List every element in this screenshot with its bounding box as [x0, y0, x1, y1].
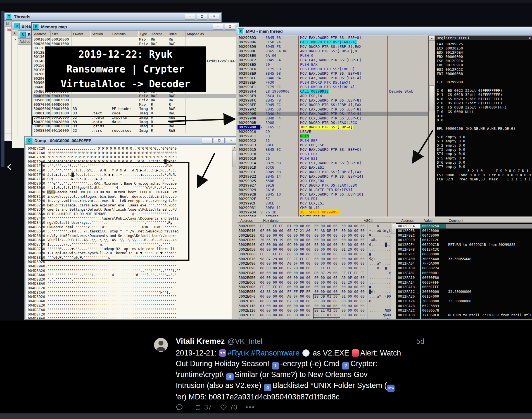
like-button[interactable]: 70	[220, 403, 237, 411]
hex-dump-row[interactable]: 3002E08000 00 00 00A0 0F 00 0000 00 00 0…	[238, 261, 391, 266]
memory-map-row[interactable]: 300010000001100033.textcodeImagRRWE	[33, 111, 238, 116]
dump-titlebar[interactable]: D Dump - 004C0000..004F0FFF ─ □ ×	[25, 136, 238, 145]
disasm-row[interactable]: 002998FC8B45 F8MOV EAX,DWORD PTR SS:[EBP…	[238, 98, 428, 103]
stack-row[interactable]: 0012F9E400030250	[396, 224, 532, 229]
column-header-size[interactable]: Size	[51, 31, 72, 37]
disasm-row[interactable]: 002999158B45 0CMOV EAX,DWORD PTR SS:[EBP…	[238, 147, 428, 152]
disassembly-scrollbar-thumb[interactable]	[429, 85, 434, 111]
stack-value-header[interactable]: Value	[424, 218, 433, 223]
maximize-icon[interactable]: □	[197, 14, 207, 20]
carousel-previous-icon[interactable]: ‹	[6, 158, 12, 174]
disasm-row[interactable]: 0029992F8BCEMOV ECX,ESI	[238, 201, 428, 206]
hex-dump-row[interactable]: 3002E04002 00 00 000C 00 00 0008 00 00 0…	[238, 243, 391, 247]
disasm-row[interactable]: 002998E28D45 F4LEA EAX,DWORD PTR SS:[EBP…	[238, 58, 428, 62]
dump-row[interactable]: 004D83A0BLIC..UNIQUE_ID_DO_NOT_REMOVE.''…	[26, 212, 232, 216]
close-icon[interactable]: ×	[209, 14, 219, 20]
dump-row[interactable]: 004D8920''''''''''''''''''''''''''''''''…	[26, 260, 232, 264]
column-header-access[interactable]: Access	[150, 31, 168, 37]
dump-row[interactable]: 004D8AA0''' ''''' ''''' ..''''L.''' ''''…	[26, 273, 232, 277]
dump-row[interactable]: 004D87A0''''''0.....♥.''....''''''''adva…	[26, 247, 232, 251]
hex-dump-row[interactable]: 3002E0B000 00 00 0000 00 00 0000 00 00 0…	[238, 276, 391, 280]
stack-row[interactable]: 0012FA2C00006578	[396, 308, 532, 313]
hex-dump-row[interactable]: 3002E05000 00 00 0000 00 00 0000 00 00 0…	[238, 247, 391, 252]
disasm-row[interactable]: 0029992B8B45 10MOV EAX,DWORD PTR SS:[EBP…	[238, 192, 428, 197]
disasm-row[interactable]: 0029991853PUSH EBX	[238, 152, 428, 156]
disasm-row[interactable]: 002998E06A 00PUSH 0	[238, 53, 428, 58]
memory-map-row[interactable]: 00570000000DC000MapRR	[33, 102, 238, 107]
dump-row[interactable]: 004D8020'''e''..''..''''''''...RVK..Micr…	[26, 181, 232, 186]
minimize-icon[interactable]: ─	[185, 14, 195, 20]
stack-row[interactable]: 0012FA003005544833.30055448	[396, 257, 532, 262]
memory-map-row[interactable]: 300000000000100033PE headerImagRRWE	[33, 107, 238, 111]
disasm-row[interactable]: 002998E6FF75 F8PUSH DWORD PTR SS:[EBP-8]	[238, 67, 428, 71]
hex-dump-row[interactable]: 3002E0D0FE FF FF FF00 00 00 0000 00 00 0…	[238, 285, 391, 289]
dump-row[interactable]: 004D8420''''''''''''''''''''''''''.\user…	[26, 216, 232, 221]
hex-dump-header[interactable]: Hex dump	[263, 218, 279, 223]
stack-row[interactable]: 0012FA1000000F80	[396, 276, 532, 280]
dump-row[interactable]: 004D8620e.\System32\cmd.exe.\Documents a…	[26, 234, 232, 238]
disasm-row[interactable]: 002998D38B45 08MOV EAX,DWORD PTR SS:[EBP…	[238, 36, 428, 40]
disasm-row[interactable]: 002998E98B45 08MOV EAX,DWORD PTR SS:[EBP…	[238, 71, 428, 76]
dump-row[interactable]: 004D7FA0Я.¶.........▶.∂.*.Я.....▶.∂.....…	[26, 177, 232, 181]
memory-map-row[interactable]: 300120000001C00033.rdataimportsImagRRWE	[33, 115, 238, 120]
hex-dump-row[interactable]: 3002E02003 00 00 0000 00 00 0000 00 00 0…	[238, 233, 391, 238]
hex-dump-row[interactable]: 3002E0F000 00 00 00A0 0F 00 0028 39 01 3…	[238, 294, 391, 299]
hex-dump-pane[interactable]: 3002E000FF FF FF FF01 00 00 0000 00 00 0…	[238, 223, 391, 319]
hex-dump-row[interactable]: 3002E03020 05 93 1900 00 00 0000 00 00 0…	[238, 238, 391, 243]
disassembly-pane[interactable]: 002998D38B45 08MOV EAX,DWORD PTR SS:[EBP…	[238, 36, 429, 216]
stack-address-header[interactable]: Address	[401, 218, 414, 223]
disasm-row[interactable]: 002999298A16MOV DL,BYTE PTR DS:[ESI]	[238, 188, 428, 192]
dump-row[interactable]: 004D8FA0''''''''''''''''''''''''''''''''…	[26, 316, 232, 319]
column-header-section[interactable]: Section	[90, 31, 111, 37]
disasm-row[interactable]: 00299910C9LEAVE	[238, 130, 428, 134]
dump-row[interactable]: 004D8220in..sys.vmlinuz.run.var....exe..…	[26, 199, 232, 203]
dump-row[interactable]: 004D8C20''''''''''''''''''''''''''''''''…	[26, 286, 232, 290]
registers-list[interactable]: EAX 00299C25ECX 00030250EDX 0012F9E4EBX …	[435, 40, 532, 181]
memory-map-row[interactable]: 300560000000200033.gfidsImagRRWE	[33, 124, 238, 128]
hex-dump-scrollbar[interactable]	[391, 223, 396, 319]
column-header-mapped-as[interactable]: Mapped as	[186, 31, 238, 37]
disasm-row[interactable]: 0029992E57PUSH EDI	[238, 197, 428, 201]
hex-dump-row[interactable]: 3002E0C000 00 00 0000 00 00 0000 00 00 0…	[238, 280, 391, 285]
memory-map-row[interactable]: 0001000000010000MapRWRW	[33, 37, 238, 42]
dump-row[interactable]: 004D8CA0''''''''''''''''''''''''''''''''…	[26, 290, 232, 295]
memory-map-titlebar[interactable]: M Memory map ─ □	[32, 23, 239, 31]
stack-row[interactable]: 0012F9FC00000000	[396, 252, 532, 257]
memory-map-row[interactable]: 0056000000003000PrivRWRW	[33, 98, 238, 102]
hex-dump-row[interactable]: 3002E0100F 00 00 000B 57 21 A0F4 A8 DE 5…	[238, 229, 391, 233]
disasm-row[interactable]: 002998FF8945 FCMOV DWORD PTR SS:[EBP-4],…	[238, 103, 428, 107]
dump-row[interactable]: 004D80A0r v1.0..!.!.f54tgev4f3.dll..''''…	[26, 185, 232, 190]
dump-row[interactable]: 004D8320uments and Settings\Default User…	[26, 207, 232, 212]
disasm-row[interactable]: 0029992533DBXOR EBX,EBX	[238, 179, 428, 183]
hashtag-link[interactable]: #Ransomware	[251, 349, 300, 357]
column-header-type[interactable]: Type	[138, 31, 150, 37]
stack-comment-header[interactable]: Comment	[449, 218, 463, 223]
column-header-address[interactable]: Address	[33, 31, 51, 37]
hex-dump-row[interactable]: 3002E13000 00 00 0000 00 00 00B8 E1 02 3…	[238, 313, 391, 318]
dump-row[interactable]: 004D8120RyukReadMe.html.UNIQUE_ID_DO_NOT…	[26, 190, 232, 194]
minimize-icon[interactable]: ─	[202, 138, 213, 143]
stack-row[interactable]: 0012F9EC004C0000	[396, 233, 532, 238]
dump-row[interactable]: 004D8BA0''''''''''''''''''''''''''''''''…	[26, 281, 232, 286]
cpu-titlebar[interactable]: C MPU - main thread	[236, 27, 532, 35]
dump-row[interactable]: 004D88201-1.api-ms-win-core-synch-l1-2-0…	[26, 251, 232, 255]
dump-row[interactable]: 004D81A0indows\.sysvol..netlogon..bin.bo…	[26, 194, 232, 199]
stack-row[interactable]: 0012F9F80012FC3C	[396, 247, 532, 252]
disasm-row[interactable]: 002999058B40 04MOV EAX,DWORD PTR DS:[EAX…	[238, 112, 428, 116]
disasm-row[interactable]: 002998E550PUSH EAX	[238, 62, 428, 67]
dump-content[interactable]: 004D7C20........................'0'0'0'0…	[26, 145, 232, 319]
stack-row[interactable]: 0012FA200016F000	[396, 294, 532, 299]
disasm-row[interactable]: 002999138BECMOV EBP,ESP	[238, 143, 428, 147]
disasm-row[interactable]: 002998EFFF30PUSH DWORD PTR DS:[EAX]	[238, 80, 428, 85]
disasm-row[interactable]: 002999278918MOV DWORD PTR DS:[EAX],EBX	[238, 183, 428, 188]
dump-row[interactable]: 004D88A0'''e0.♥.'''''e0.♥.''''''''''''x'…	[26, 255, 232, 260]
dump-row[interactable]: 004D89A0''''''''''''''''''''''''''''''''…	[26, 264, 232, 269]
disasm-row[interactable]: 0029991D03C6ADD EAX,ESI	[238, 165, 428, 170]
hex-address-header[interactable]: Address	[240, 218, 253, 223]
dump-row[interactable]: 004D7DA0'0'0'0'0'0'0'0'0'0'0'0'0'0'0'0'0…	[26, 159, 232, 164]
dump-row[interactable]: 004D7D20'0'0'0'0'0'0'0'0'0'0'0'0'0'0'0'0…	[26, 155, 232, 159]
disasm-row[interactable]: 002998D6FF50 24CALL DWORD PTR DS:[EAX+24…	[238, 40, 428, 44]
dump-row[interactable]: 004D85A0..''''''''./IM .. /F.taskkill..s…	[26, 229, 232, 234]
stack-row[interactable]: 0012FA0C00000001	[396, 271, 532, 276]
tweet-author-handle[interactable]: @VK_Intel	[227, 337, 262, 346]
